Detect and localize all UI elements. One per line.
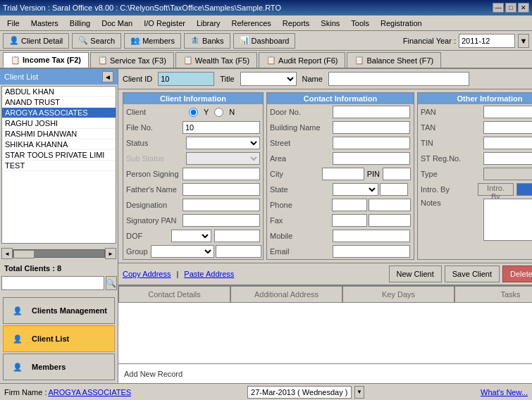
- phone-input2[interactable]: [369, 199, 411, 211]
- client-detail-button[interactable]: 👤 Client Detail: [3, 33, 69, 49]
- group-input[interactable]: [216, 245, 261, 258]
- nav-clients-management[interactable]: 👤 Clients Management: [3, 297, 115, 324]
- signatory-pan-input[interactable]: [183, 214, 260, 227]
- dof-input[interactable]: [214, 230, 260, 242]
- scroll-track[interactable]: [13, 249, 105, 258]
- group-select[interactable]: [151, 245, 214, 258]
- client-item-6[interactable]: STAR TOOLS PRIVATE LIMI: [2, 150, 116, 161]
- tab-audit-report[interactable]: 📋 Audit Report (F6): [259, 52, 345, 68]
- tab-service-tax[interactable]: 📋 Service Tax (F3): [90, 52, 174, 68]
- fax-input2[interactable]: [369, 214, 411, 227]
- client-names-list[interactable]: ABDUL KHAN ANAND TRUST AROGYA ASSOCIATES…: [1, 86, 116, 244]
- search-go-button[interactable]: 🔍: [106, 276, 117, 290]
- radio-n[interactable]: [214, 108, 223, 117]
- building-name-input[interactable]: [333, 121, 410, 134]
- tab-income-tax[interactable]: 📋 Income Tax (F2): [3, 52, 89, 68]
- st-reg-input[interactable]: [483, 152, 532, 165]
- status-select[interactable]: [186, 137, 260, 149]
- tab-wealth-tax[interactable]: 📋 Wealth Tax (F5): [175, 52, 257, 68]
- client-item-3[interactable]: RAGHU JOSHI: [2, 118, 116, 129]
- designation-input[interactable]: [183, 199, 260, 211]
- new-client-button[interactable]: New Client: [389, 265, 442, 282]
- city-input[interactable]: [322, 168, 364, 180]
- date-input[interactable]: [247, 386, 352, 399]
- menu-tools[interactable]: Tools: [345, 18, 375, 29]
- total-clients-label: Total Clients : 8: [0, 262, 118, 275]
- menu-references[interactable]: References: [226, 18, 277, 29]
- type-select[interactable]: [483, 168, 532, 180]
- tin-input[interactable]: [483, 137, 532, 149]
- search-button[interactable]: 🔍 Search: [72, 33, 121, 49]
- date-dropdown-button[interactable]: ▼: [354, 386, 364, 399]
- tan-input[interactable]: [483, 121, 532, 134]
- person-signing-input[interactable]: [183, 168, 260, 180]
- collapse-panel-button[interactable]: ◄: [102, 71, 113, 82]
- file-no-input[interactable]: [183, 121, 260, 134]
- intro-by-input[interactable]: [516, 183, 532, 196]
- menu-library[interactable]: Library: [191, 18, 226, 29]
- members-button[interactable]: 👥 Members: [124, 33, 181, 49]
- dashboard-button[interactable]: 📊 Dashboard: [233, 33, 296, 49]
- street-input[interactable]: [333, 137, 410, 149]
- firm-name[interactable]: AROGYA ASSOCIATES: [49, 388, 132, 396]
- banks-button[interactable]: 🏦 Banks: [184, 33, 230, 49]
- menu-ioregister[interactable]: I/O Register: [138, 18, 191, 29]
- whats-new-link[interactable]: What's New...: [481, 388, 528, 396]
- minimize-button[interactable]: —: [493, 3, 504, 13]
- client-id-input[interactable]: [158, 72, 214, 86]
- area-input[interactable]: [333, 152, 410, 165]
- phone-input1[interactable]: [332, 199, 367, 211]
- tab-balance-sheet[interactable]: 📋 Balance Sheet (F7): [347, 52, 441, 68]
- title-select[interactable]: Mr. Mrs. Ms.: [240, 72, 297, 86]
- notes-textarea[interactable]: [483, 199, 532, 241]
- financial-year-input[interactable]: [459, 34, 515, 48]
- mobile-input[interactable]: [333, 230, 410, 242]
- client-item-5[interactable]: SHIKHA KHANNA: [2, 139, 116, 150]
- lower-tab-contact-details[interactable]: Contact Details: [118, 286, 230, 303]
- horizontal-scrollbar[interactable]: ◄ ►: [1, 246, 116, 261]
- maximize-button[interactable]: □: [505, 3, 516, 13]
- menu-masters[interactable]: Masters: [25, 18, 64, 29]
- scroll-left-button[interactable]: ◄: [1, 248, 13, 259]
- client-item-1[interactable]: ANAND TRUST: [2, 97, 116, 108]
- menu-billing[interactable]: Billing: [64, 18, 96, 29]
- client-label: Client: [126, 108, 186, 116]
- client-item-7[interactable]: TEST: [2, 161, 116, 171]
- paste-address-link[interactable]: Paste Address: [184, 270, 234, 278]
- lower-tab-additional-address[interactable]: Additional Address: [230, 286, 342, 303]
- email-input[interactable]: [333, 245, 410, 258]
- menu-file[interactable]: File: [1, 18, 25, 29]
- intro-by-button[interactable]: Intro. By: [478, 183, 514, 196]
- lower-tab-tasks[interactable]: Tasks: [454, 286, 532, 303]
- copy-address-link[interactable]: Copy Address: [123, 270, 171, 278]
- state-select[interactable]: [333, 183, 378, 196]
- name-input[interactable]: [328, 72, 469, 86]
- menu-docman[interactable]: Doc Man: [96, 18, 138, 29]
- client-item-4[interactable]: RASHMI DHANWAN: [2, 129, 116, 139]
- sub-status-select[interactable]: [186, 152, 260, 165]
- scroll-thumb[interactable]: [13, 250, 35, 258]
- lower-tab-key-days[interactable]: Key Days: [342, 286, 454, 303]
- door-no-input[interactable]: [333, 106, 410, 118]
- scroll-right-button[interactable]: ►: [105, 248, 116, 259]
- client-item-0[interactable]: ABDUL KHAN: [2, 87, 116, 97]
- client-item-2[interactable]: AROGYA ASSOCIATES: [2, 108, 116, 118]
- dof-select[interactable]: [171, 230, 211, 242]
- client-search-input[interactable]: [1, 276, 104, 290]
- nav-members[interactable]: 👤 Members: [3, 354, 115, 380]
- financial-year-dropdown[interactable]: ▼: [518, 34, 529, 48]
- delete-client-button[interactable]: Delete Client: [502, 265, 532, 282]
- pan-input[interactable]: [483, 106, 532, 118]
- fax-input1[interactable]: [332, 214, 367, 227]
- menu-reports[interactable]: Reports: [277, 18, 316, 29]
- nav-client-list[interactable]: 👤 Client List: [3, 325, 115, 352]
- pin-input[interactable]: [383, 168, 411, 180]
- save-client-button[interactable]: Save Client: [445, 265, 500, 282]
- menu-registration[interactable]: Registration: [375, 18, 428, 29]
- state-extra-input[interactable]: [380, 183, 408, 196]
- close-button[interactable]: ✕: [518, 3, 529, 13]
- pan-label: PAN: [421, 108, 481, 116]
- fathers-name-input[interactable]: [183, 183, 260, 196]
- radio-y[interactable]: [189, 108, 198, 117]
- menu-skins[interactable]: Skins: [315, 18, 345, 29]
